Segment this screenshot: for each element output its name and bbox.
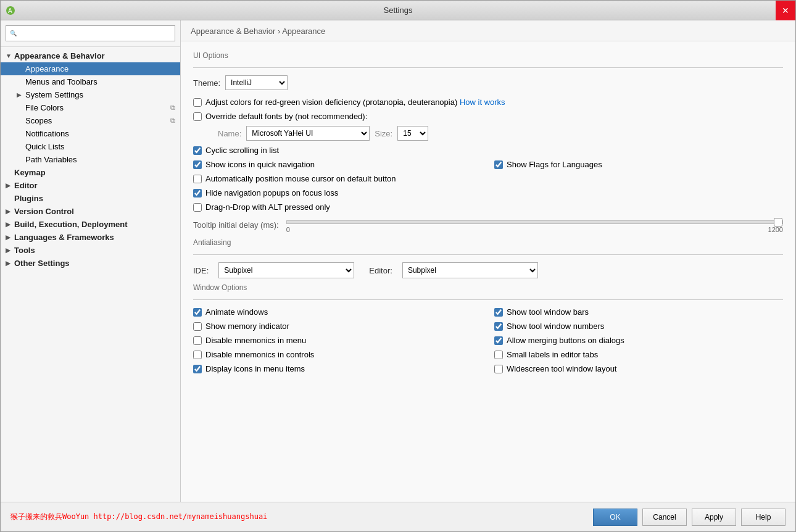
show-tool-bars-checkbox[interactable] (494, 308, 503, 317)
show-flags-label[interactable]: Show Flags for Languages (494, 160, 602, 169)
sidebar-item-editor[interactable]: ▶ Editor (1, 179, 180, 192)
disable-mnem-controls-text: Disable mnemonics in controls (205, 350, 314, 359)
sidebar-item-build-exec[interactable]: ▶ Build, Execution, Deployment (1, 218, 180, 231)
apply-button[interactable]: Apply (692, 509, 736, 526)
editor-antialiasing-select[interactable]: Subpixel Greyscale None (402, 262, 538, 278)
ide-antialiasing-select[interactable]: Subpixel Greyscale None (218, 262, 354, 278)
cancel-button[interactable]: Cancel (642, 509, 687, 526)
sidebar-item-keymap[interactable]: Keymap (1, 166, 180, 179)
content-panel: Appearance & Behavior › Appearance UI Op… (181, 20, 795, 502)
show-tool-bars-text: Show tool window bars (507, 307, 589, 317)
expand-arrow: ▶ (6, 260, 14, 267)
show-tool-numbers-label[interactable]: Show tool window numbers (494, 322, 604, 331)
sidebar-item-languages[interactable]: ▶ Languages & Frameworks (1, 231, 180, 244)
small-labels-label[interactable]: Small labels in editor tabs (494, 350, 598, 359)
display-icons-checkbox[interactable] (193, 365, 202, 373)
widescreen-checkbox[interactable] (494, 365, 503, 373)
show-icons-checkbox[interactable] (193, 160, 202, 169)
cyclic-scroll-text: Cyclic scrolling in list (205, 146, 279, 155)
override-fonts-label[interactable]: Override default fonts by (not recommend… (193, 112, 367, 121)
help-button[interactable]: Help (741, 509, 786, 526)
sidebar-item-notifications[interactable]: Notifications (1, 127, 180, 140)
sidebar-item-file-colors[interactable]: File Colors ⧉ (1, 101, 180, 114)
show-memory-label[interactable]: Show memory indicator (193, 322, 289, 331)
animate-windows-text: Animate windows (205, 307, 268, 317)
show-tool-numbers-checkbox[interactable] (494, 322, 503, 331)
display-icons-text: Display icons in menu items (205, 364, 305, 373)
override-fonts-checkbox[interactable] (193, 112, 202, 121)
show-tool-bars-label[interactable]: Show tool window bars (494, 307, 589, 317)
font-size-select[interactable]: 15 (397, 126, 428, 141)
sidebar-item-label: Plugins (14, 194, 175, 203)
sidebar-item-label: Languages & Frameworks (14, 233, 175, 242)
show-memory-checkbox[interactable] (193, 322, 202, 331)
disable-mnem-menu-text: Disable mnemonics in menu (205, 336, 306, 345)
breadcrumb-part1: Appearance & Behavior (191, 27, 275, 36)
expand-arrow: ▼ (6, 52, 14, 59)
tooltip-slider[interactable] (286, 220, 783, 224)
sidebar: ▼ Appearance & Behavior Appearance Menus… (1, 20, 181, 502)
display-icons-label[interactable]: Display icons in menu items (193, 364, 305, 373)
tooltip-label: Tooltip initial delay (ms): (193, 220, 279, 230)
slider-min: 0 (286, 226, 290, 233)
hide-nav-row: Hide navigation popups on focus loss (193, 188, 783, 197)
animate-windows-label[interactable]: Animate windows (193, 307, 268, 317)
override-fonts-text: Override default fonts by (not recommend… (205, 112, 367, 121)
show-flags-checkbox[interactable] (494, 160, 503, 169)
search-box (1, 20, 180, 47)
sidebar-item-label: Build, Execution, Deployment (14, 220, 175, 229)
red-green-row: Adjust colors for red-green vision defic… (193, 98, 783, 107)
sidebar-item-appearance[interactable]: Appearance (1, 62, 180, 75)
sidebar-item-system-settings[interactable]: ▶ System Settings (1, 88, 180, 101)
auto-mouse-checkbox[interactable] (193, 175, 202, 183)
how-it-works-link[interactable]: How it works (460, 98, 505, 107)
cyclic-scroll-row: Cyclic scrolling in list (193, 146, 783, 155)
slider-wrap: 0 1200 (286, 217, 783, 233)
show-icons-label[interactable]: Show icons in quick navigation (193, 160, 315, 169)
drag-drop-label[interactable]: Drag-n-Drop with ALT pressed only (193, 202, 330, 212)
cyclic-scroll-checkbox[interactable] (193, 146, 202, 155)
ok-button[interactable]: OK (593, 509, 637, 526)
sidebar-item-tools[interactable]: ▶ Tools (1, 244, 180, 257)
hide-nav-label[interactable]: Hide navigation popups on focus loss (193, 188, 338, 197)
theme-select[interactable]: IntelliJ Darcula High contrast (225, 75, 288, 90)
settings-tree: ▼ Appearance & Behavior Appearance Menus… (1, 47, 180, 502)
disable-mnem-menu-row: Disable mnemonics in menu (193, 336, 482, 345)
allow-merging-checkbox[interactable] (494, 336, 503, 345)
sidebar-item-appearance-behavior[interactable]: ▼ Appearance & Behavior (1, 49, 180, 62)
sidebar-item-scopes[interactable]: Scopes ⧉ (1, 114, 180, 127)
show-flags-row: Show Flags for Languages (494, 160, 783, 169)
close-button[interactable]: ✕ (776, 1, 795, 20)
sidebar-item-menus-toolbars[interactable]: Menus and Toolbars (1, 75, 180, 88)
search-input[interactable] (6, 25, 175, 41)
disable-mnem-controls-checkbox[interactable] (193, 351, 202, 359)
drag-drop-checkbox[interactable] (193, 203, 202, 212)
bottom-buttons: OK Cancel Apply Help (593, 509, 786, 526)
animate-windows-checkbox[interactable] (193, 308, 202, 317)
sidebar-item-quick-lists[interactable]: Quick Lists (1, 140, 180, 153)
widescreen-label[interactable]: Widescreen tool window layout (494, 364, 616, 373)
expand-arrow: ▶ (17, 91, 25, 98)
sidebar-item-label: Scopes (25, 116, 170, 125)
cyclic-scroll-label[interactable]: Cyclic scrolling in list (193, 146, 279, 155)
ui-options-header: UI Options (193, 51, 783, 60)
expand-arrow: ▶ (6, 247, 14, 254)
sidebar-item-version-control[interactable]: ▶ Version Control (1, 205, 180, 218)
font-name-select[interactable]: Microsoft YaHei UI (246, 126, 370, 141)
red-green-label[interactable]: Adjust colors for red-green vision defic… (193, 98, 457, 107)
svg-text:A: A (8, 7, 12, 14)
title-bar-title: Settings (384, 6, 413, 15)
red-green-checkbox[interactable] (193, 98, 202, 107)
auto-mouse-label[interactable]: Automatically position mouse cursor on d… (193, 174, 396, 183)
allow-merging-label[interactable]: Allow merging buttons on dialogs (494, 336, 624, 345)
sidebar-item-other-settings[interactable]: ▶ Other Settings (1, 257, 180, 270)
sidebar-item-path-variables[interactable]: Path Variables (1, 153, 180, 166)
disable-mnem-menu-checkbox[interactable] (193, 336, 202, 345)
disable-mnem-menu-label[interactable]: Disable mnemonics in menu (193, 336, 306, 345)
disable-mnem-controls-label[interactable]: Disable mnemonics in controls (193, 350, 314, 359)
small-labels-checkbox[interactable] (494, 351, 503, 359)
show-tool-bars-row: Show tool window bars (494, 307, 783, 317)
sidebar-item-plugins[interactable]: Plugins (1, 192, 180, 205)
copy-icon: ⧉ (170, 104, 175, 112)
hide-nav-checkbox[interactable] (193, 189, 202, 197)
